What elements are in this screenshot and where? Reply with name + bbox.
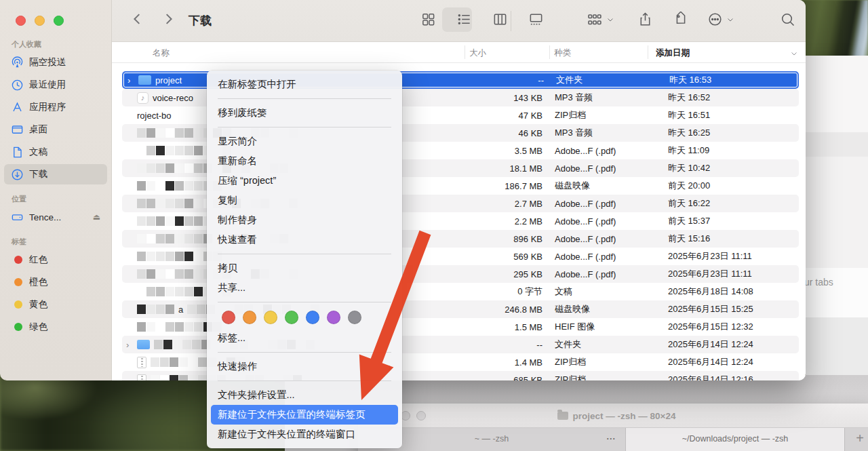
view-mode-column-view[interactable] — [492, 12, 508, 27]
terminal-new-tab-button[interactable]: + — [845, 428, 868, 451]
file-size-cell: 18.1 MB — [461, 163, 542, 174]
zoom-button[interactable] — [54, 16, 64, 26]
clock-icon — [10, 79, 24, 92]
tag-color-swatch[interactable] — [243, 311, 256, 324]
menu-item-label: 重新命名 — [218, 155, 257, 168]
column-header-1[interactable]: 大小 — [469, 47, 486, 59]
tag-color-swatch[interactable] — [327, 311, 340, 324]
view-mode-gallery-view[interactable] — [528, 12, 544, 27]
sidebar-item-隔空投送[interactable]: 隔空投送 — [4, 52, 107, 73]
folder-icon — [137, 340, 150, 349]
tag-color-swatch[interactable] — [348, 311, 361, 324]
menu-separator — [207, 250, 402, 258]
tag-color-swatch[interactable] — [264, 311, 277, 324]
applications-icon — [10, 101, 24, 114]
sidebar-item-下载[interactable]: 下载 — [4, 164, 107, 184]
tag-color-swatch[interactable] — [222, 311, 235, 324]
toolbar-divider — [511, 11, 511, 31]
menu-item[interactable]: 重新命名 — [211, 151, 398, 171]
more-button[interactable] — [707, 12, 734, 27]
menu-item[interactable]: 新建位于文件夹位置的终端窗口 — [211, 425, 398, 444]
view-mode-list-view[interactable] — [456, 12, 472, 27]
tag-color-swatch[interactable] — [285, 311, 298, 324]
view-mode-grid-view[interactable] — [420, 12, 436, 27]
file-kind-cell: ZIP归档 — [542, 356, 658, 368]
sidebar-item-桌面[interactable]: 桌面 — [4, 119, 107, 140]
eject-icon[interactable]: ⏏ — [93, 212, 100, 222]
menu-item[interactable]: 压缩 “project” — [211, 171, 398, 191]
tag-color-icon — [10, 256, 24, 264]
menu-item[interactable]: 共享... — [211, 278, 398, 298]
sidebar-item-绿色[interactable]: 绿色 — [4, 317, 107, 337]
sidebar-item-文稿[interactable]: 文稿 — [4, 142, 107, 162]
tag-color-icon — [10, 300, 24, 309]
menu-item-label: 快速查看 — [218, 233, 257, 246]
sidebar-item-应用程序[interactable]: 应用程序 — [4, 97, 107, 117]
sidebar-item-橙色[interactable]: 橙色 — [4, 272, 107, 292]
sort-chevron-icon[interactable] — [790, 50, 798, 58]
finder-toolbar: 下载 — [112, 0, 806, 42]
file-size-cell: 896 KB — [461, 234, 542, 244]
menu-item[interactable]: 快速操作› — [211, 357, 398, 376]
menu-item[interactable]: 移到废纸篓 — [211, 103, 398, 123]
disclosure-triangle-icon[interactable]: › — [127, 76, 134, 85]
menu-item[interactable]: 标签... — [211, 328, 398, 348]
menu-item-label: 拷贝 — [218, 262, 237, 275]
disclosure-triangle-icon[interactable]: › — [126, 340, 133, 349]
sidebar-item-label: 黄色 — [29, 298, 47, 311]
folder-icon — [138, 75, 151, 85]
column-header-2[interactable]: 种类 — [554, 47, 571, 59]
search-button[interactable] — [780, 12, 796, 28]
menu-item[interactable]: 显示简介 — [211, 132, 398, 151]
menu-item-label: 快速操作 — [218, 360, 257, 373]
desktop-icon — [10, 123, 24, 136]
menu-item[interactable]: 文件夹操作设置... — [211, 385, 398, 405]
document-icon — [10, 146, 24, 159]
terminal-tab-bar: ~ — -zsh ... ~/Downloads/project — -zsh … — [358, 428, 868, 451]
back-button[interactable] — [130, 12, 145, 26]
menu-tag-colors — [207, 307, 402, 328]
airdrop-icon — [10, 56, 24, 69]
share-button[interactable] — [637, 12, 653, 27]
terminal-tab-project[interactable]: ~/Downloads/project — -zsh — [626, 428, 845, 451]
column-header-0[interactable]: 名称 — [153, 47, 170, 59]
menu-item-label: 在新标签页中打开 — [218, 78, 296, 91]
column-header-3[interactable]: 添加日期 — [656, 47, 690, 59]
zip-file-icon — [137, 357, 146, 368]
forward-button[interactable] — [161, 12, 176, 26]
menu-separator — [207, 376, 402, 385]
file-size-cell: 569 KB — [461, 252, 542, 262]
desktop-wallpaper — [800, 0, 868, 61]
menu-item[interactable]: 在新标签页中打开 — [211, 75, 398, 94]
minimize-button[interactable] — [35, 16, 45, 26]
tag-color-swatch[interactable] — [306, 311, 319, 324]
group-button[interactable] — [587, 12, 614, 28]
sidebar-item-Tence...[interactable]: Tence...⏏ — [4, 207, 107, 227]
terminal-titlebar[interactable]: project — -zsh — 80×24 — [358, 404, 868, 428]
file-name-fragment: a — [178, 305, 183, 315]
tag-color-icon — [14, 256, 22, 264]
background-window[interactable]: ur tabs — [806, 56, 868, 377]
sidebar-item-红色[interactable]: 红色 — [4, 250, 107, 270]
close-button[interactable] — [16, 16, 26, 26]
tab-overflow-indicator[interactable]: ... — [607, 432, 616, 442]
tag-button[interactable] — [673, 12, 688, 27]
background-window-band — [806, 157, 868, 268]
file-kind-cell: 文稿 — [542, 286, 658, 298]
menu-item[interactable]: 拷贝 — [211, 258, 398, 278]
file-date-cell: 昨天 16:52 — [658, 92, 799, 104]
file-date-cell: 昨天 11:09 — [658, 144, 799, 157]
file-size-cell: -- — [461, 340, 542, 350]
menu-item[interactable]: 快速查看 — [211, 230, 398, 250]
sidebar-item-最近使用[interactable]: 最近使用 — [4, 75, 107, 95]
menu-item[interactable]: 制作替身 — [211, 210, 398, 230]
sidebar-item-黄色[interactable]: 黄色 — [4, 294, 107, 315]
file-size-cell: -- — [462, 75, 544, 85]
menu-item[interactable]: 复制 — [211, 191, 398, 210]
terminal-window[interactable]: project — -zsh — 80×24 ~ — -zsh ... ~/Do… — [358, 404, 868, 451]
tag-color-icon — [14, 278, 22, 286]
file-kind-cell: 文件夹 — [542, 338, 658, 351]
background-window-band — [806, 268, 868, 317]
menu-item[interactable]: 新建位于文件夹位置的终端标签页 — [211, 405, 398, 425]
sidebar-item-label: 桌面 — [29, 123, 47, 136]
